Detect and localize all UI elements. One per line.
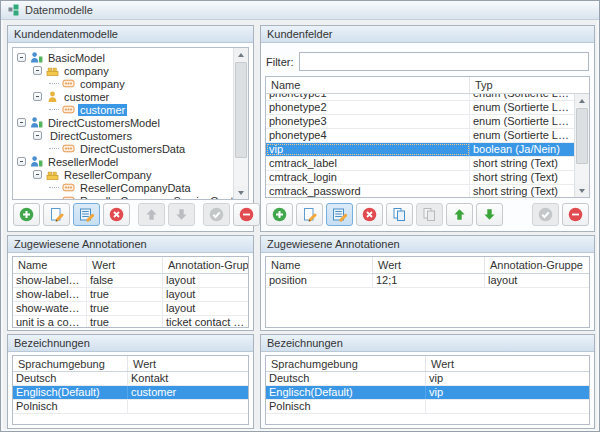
remove-button[interactable] (233, 203, 260, 226)
add-icon (19, 207, 34, 222)
commit-button[interactable] (203, 203, 230, 226)
column-header-sprachumgebung[interactable]: Sprachumgebung (13, 356, 128, 371)
scroll-up-button[interactable] (575, 94, 589, 107)
cell: true (87, 288, 163, 301)
tree-item[interactable]: BasicModel (13, 51, 248, 64)
expander-icon[interactable] (33, 92, 42, 101)
panel-bezeichnungen-feld: Bezeichnungen Sprachumgebung Wert Deutsc… (260, 334, 595, 429)
tree-item[interactable]: ResellerCompany_ServiceContractData (13, 194, 248, 200)
copy-button[interactable] (386, 203, 413, 226)
fields-scrollbar[interactable] (574, 94, 589, 197)
column-header-sprachumgebung[interactable]: Sprachumgebung (266, 356, 426, 371)
table-row[interactable]: unit is a contacttrueticket contact rela… (13, 316, 248, 328)
expander-icon[interactable] (33, 170, 42, 179)
move-down-button[interactable] (476, 203, 503, 226)
column-header-name[interactable]: Name (266, 77, 470, 93)
column-header-wert[interactable]: Wert (373, 257, 485, 273)
table-row[interactable]: DeutschKontakt (13, 372, 248, 386)
cell: layout (163, 274, 248, 287)
commit-button[interactable] (532, 203, 559, 226)
edit-button[interactable] (43, 203, 70, 226)
titlebar[interactable]: Datenmodelle (1, 1, 599, 20)
move-up-button[interactable] (138, 203, 165, 226)
scroll-down-button[interactable] (575, 184, 589, 197)
scroll-thumb[interactable] (576, 108, 588, 164)
table-row[interactable]: position12;1layout (266, 274, 589, 288)
cell: customer (128, 386, 248, 399)
table-row-selected[interactable]: Englisch(Default)customer (13, 386, 248, 400)
filter-input[interactable] (299, 52, 590, 71)
tree-item[interactable]: DirectCustomers (13, 129, 248, 142)
panel-bezeichnungen-modell: Bezeichnungen Sprachumgebung Wert Deutsc… (7, 334, 254, 429)
commit-icon (538, 207, 553, 222)
table-row[interactable]: show-labels-in-viewtruelayout (13, 288, 248, 302)
expander-icon[interactable] (17, 118, 26, 127)
table-row[interactable]: phonetype1enum (Sortierte Liste) (266, 94, 574, 101)
cell: layout (485, 274, 589, 287)
delete-button[interactable] (356, 203, 383, 226)
table-row[interactable]: phonetype4enum (Sortierte Liste) (266, 129, 574, 143)
tree-item[interactable]: ResellerModel (13, 155, 248, 168)
tree-item-label: customer (78, 104, 127, 116)
cell: phonetype2 (266, 101, 470, 114)
scroll-thumb[interactable] (235, 62, 247, 158)
table-row[interactable]: Polnisch (266, 400, 589, 414)
delete-button[interactable] (103, 203, 130, 226)
scroll-up-button[interactable] (234, 48, 248, 61)
column-header-name[interactable]: Name (266, 257, 373, 273)
edit-annotations-button[interactable] (326, 203, 353, 226)
expander-icon[interactable] (17, 157, 26, 166)
expander-icon[interactable] (17, 53, 26, 62)
edit-button[interactable] (296, 203, 323, 226)
labels-table: Sprachumgebung Wert DeutschKontakt Engli… (12, 355, 249, 425)
delete-icon (109, 207, 124, 222)
tree-scrollbar[interactable] (233, 48, 248, 199)
data-object-icon (62, 103, 75, 116)
add-button[interactable] (266, 203, 293, 226)
table-row[interactable]: show-labels-in-editfalselayout (13, 274, 248, 288)
table-row[interactable]: cmtrack_loginshort string (Text) (266, 171, 574, 185)
table-row[interactable]: Polnisch (13, 400, 248, 414)
table-row-selected[interactable]: Englisch(Default)vip (266, 386, 589, 400)
move-down-button[interactable] (168, 203, 195, 226)
filter-label: Filter: (266, 56, 294, 68)
tree-item-label: BasicModel (46, 52, 107, 64)
column-header-wert[interactable]: Wert (426, 356, 589, 371)
remove-button[interactable] (562, 203, 589, 226)
expander-icon[interactable] (33, 131, 42, 140)
table-row[interactable]: cmtrack_passwordshort string (Text) (266, 185, 574, 197)
table-header: Sprachumgebung Wert (13, 356, 248, 372)
table-row[interactable]: cmtrack_labelshort string (Text) (266, 157, 574, 171)
cell: unit is a contact (13, 316, 87, 328)
tree-item-selected[interactable]: customer (13, 103, 248, 116)
table-row[interactable]: phonetype3enum (Sortierte Liste) (266, 115, 574, 129)
column-header-name[interactable]: Name (13, 257, 87, 273)
panel-kundenfelder: Kundenfelder Filter: Name Typ phonetype1… (260, 25, 595, 232)
table-row[interactable]: show-watermarkstruelayout (13, 302, 248, 316)
column-header-typ[interactable]: Typ (470, 77, 589, 93)
edit-annotations-button[interactable] (73, 203, 100, 226)
column-header-wert[interactable]: Wert (87, 257, 163, 273)
scroll-down-button[interactable] (234, 186, 248, 199)
table-row[interactable]: phonetype2enum (Sortierte Liste) (266, 101, 574, 115)
table-row-selected[interactable]: vipboolean (Ja/Nein) (266, 143, 574, 157)
column-header-gruppe[interactable]: Annotation-Gruppe (163, 257, 248, 273)
column-header-wert[interactable]: Wert (128, 356, 248, 371)
move-up-button[interactable] (446, 203, 473, 226)
tree-item[interactable]: company (13, 77, 248, 90)
data-object-icon (62, 181, 75, 194)
table-row[interactable]: Deutschvip (266, 372, 589, 386)
add-icon (272, 207, 287, 222)
tree-item[interactable]: customer (13, 90, 248, 103)
tree-item[interactable]: DirectCustomersData (13, 142, 248, 155)
tree-item[interactable]: DirectCustomersModel (13, 116, 248, 129)
tree-item[interactable]: ResellerCompanyData (13, 181, 248, 194)
add-button[interactable] (13, 203, 40, 226)
column-header-gruppe[interactable]: Annotation-Gruppe (485, 257, 589, 273)
tree-item[interactable]: ResellerCompany (13, 168, 248, 181)
paste-button[interactable] (416, 203, 443, 226)
filter-row: Filter: (266, 52, 589, 71)
tree-item[interactable]: company (13, 64, 248, 77)
model-icon (30, 116, 43, 129)
expander-icon[interactable] (33, 66, 42, 75)
